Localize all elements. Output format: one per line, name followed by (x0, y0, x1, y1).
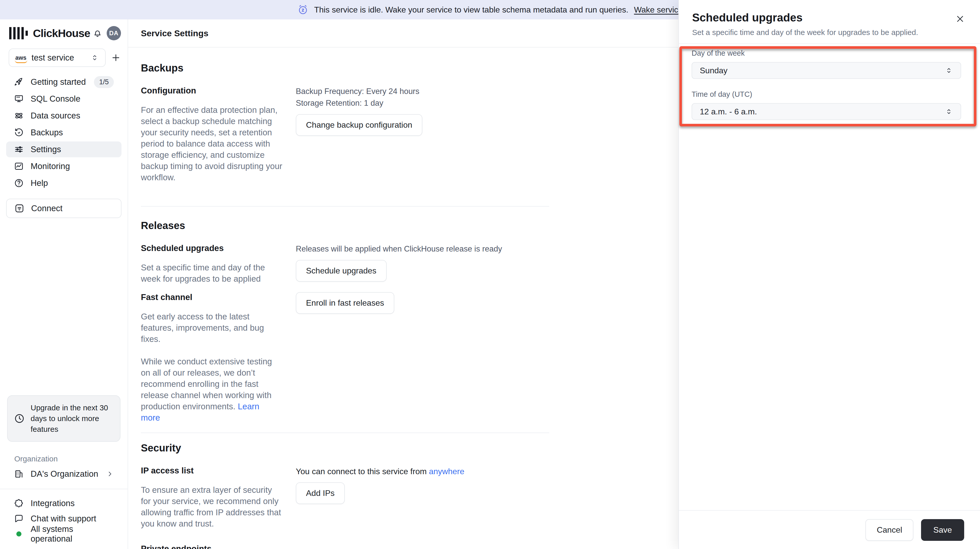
sidebar-item-monitoring[interactable]: Monitoring (6, 158, 121, 174)
sidebar-item-label: Help (30, 178, 48, 188)
data-sources-icon (14, 110, 24, 121)
time-of-day-select[interactable]: 12 a.m. - 6 a.m. (692, 103, 961, 120)
monitoring-icon (14, 161, 24, 171)
sidebar-item-integrations[interactable]: Integrations (6, 496, 121, 511)
bell-icon[interactable] (92, 28, 103, 38)
configuration-description: For an effective data protection plan, s… (141, 104, 283, 183)
sidebar-item-settings[interactable]: Settings (6, 142, 121, 157)
sidebar-item-getting-started[interactable]: Getting started 1/5 (6, 74, 121, 90)
drawer-subtitle: Set a specific time and day of the week … (692, 28, 966, 37)
progress-badge: 1/5 (94, 76, 114, 88)
scheduled-upgrades-drawer: Scheduled upgrades Set a specific time a… (678, 0, 980, 549)
aws-logo: aws (15, 55, 26, 61)
fast-channel-description-2: While we conduct extensive testing on al… (141, 356, 280, 423)
day-of-week-value: Sunday (700, 66, 728, 75)
sidebar: ClickHouse DA aws test service Getting s… (0, 19, 128, 549)
chevron-updown-icon (945, 66, 953, 75)
sidebar-item-chat-support[interactable]: Chat with support (6, 511, 121, 526)
organization-selector[interactable]: DA's Organization (6, 466, 121, 482)
connect-icon (14, 203, 24, 214)
day-of-week-label: Day of the week (692, 49, 961, 57)
organization-name: DA's Organization (30, 469, 98, 479)
chevron-updown-icon (945, 107, 953, 116)
sidebar-item-label: Integrations (30, 498, 75, 508)
brand-name: ClickHouse (33, 27, 90, 40)
plus-icon (111, 53, 121, 63)
drawer-footer: Cancel Save (679, 510, 980, 549)
sidebar-item-label: Monitoring (30, 161, 70, 171)
service-name: test service (32, 53, 74, 62)
schedule-upgrades-button[interactable]: Schedule upgrades (296, 260, 387, 282)
sidebar-item-label: Data sources (30, 111, 80, 121)
sidebar-item-system-status[interactable]: All systems operational (6, 527, 121, 541)
drawer-header-divider (679, 43, 980, 44)
alarm-snooze-icon (298, 4, 309, 15)
day-of-week-select[interactable]: Sunday (692, 62, 961, 79)
avatar[interactable]: DA (107, 26, 121, 40)
sidebar-item-label: Chat with support (30, 514, 96, 523)
wake-service-link[interactable]: Wake service (634, 5, 682, 14)
time-of-day-value: 12 a.m. - 6 a.m. (700, 107, 757, 117)
service-selector[interactable]: aws test service (9, 48, 106, 67)
sidebar-nav: Getting started 1/5 SQL Console Data sou… (0, 73, 127, 192)
connect-button[interactable]: Connect (6, 199, 121, 218)
chevron-updown-icon (90, 53, 99, 62)
sidebar-item-data-sources[interactable]: Data sources (6, 108, 121, 124)
drawer-form: Day of the week Sunday Time of day (UTC)… (692, 49, 961, 120)
clock-icon (14, 413, 25, 424)
ip-access-list-heading: IP access list (141, 466, 282, 476)
sidebar-item-label: All systems operational (30, 524, 114, 544)
chat-icon (14, 514, 24, 524)
chevron-right-icon (106, 470, 114, 478)
rocket-icon (14, 77, 24, 87)
sidebar-item-backups[interactable]: Backups (6, 124, 121, 140)
sidebar-item-label: Getting started (30, 77, 86, 87)
sidebar-item-label: Settings (30, 145, 61, 154)
scheduled-upgrades-heading: Scheduled upgrades (141, 243, 282, 253)
add-service-button[interactable] (110, 52, 121, 63)
private-endpoints-heading: Private endpoints (141, 544, 282, 549)
section-divider (141, 432, 549, 433)
ip-access-list-description: To ensure an extra layer of security for… (141, 484, 283, 529)
fast-channel-description-1: Get early access to the latest features,… (141, 311, 280, 345)
enroll-fast-releases-button[interactable]: Enroll in fast releases (296, 292, 394, 314)
page-title: Service Settings (141, 28, 208, 38)
section-divider (141, 206, 549, 207)
upgrade-banner[interactable]: Upgrade in the next 30 days to unlock mo… (7, 395, 121, 442)
sidebar-item-label: SQL Console (30, 94, 80, 104)
puzzle-icon (14, 498, 24, 508)
connect-from-label: You can connect to this service from (296, 467, 427, 476)
close-icon (955, 13, 966, 24)
organization-icon (14, 469, 24, 479)
status-dot-icon (16, 531, 21, 536)
save-button[interactable]: Save (921, 519, 964, 541)
anywhere-link[interactable]: anywhere (429, 467, 465, 476)
banner-text: This service is idle. Wake your service … (314, 5, 628, 14)
change-backup-configuration-button[interactable]: Change backup configuration (296, 114, 422, 136)
organization-section-label: Organization (14, 455, 127, 463)
time-of-day-label: Time of day (UTC) (692, 90, 961, 99)
add-ips-button[interactable]: Add IPs (296, 482, 345, 504)
settings-icon (14, 144, 24, 155)
connect-label: Connect (31, 204, 62, 213)
logo-row: ClickHouse DA (0, 19, 127, 46)
sidebar-item-sql-console[interactable]: SQL Console (6, 91, 121, 107)
clickhouse-logo-icon (9, 27, 28, 39)
fast-channel-heading: Fast channel (141, 292, 282, 302)
upgrade-note: Upgrade in the next 30 days to unlock mo… (30, 402, 114, 435)
help-icon (14, 178, 24, 188)
sidebar-item-help[interactable]: Help (6, 175, 121, 191)
cancel-button[interactable]: Cancel (865, 519, 913, 541)
sql-console-icon (14, 94, 24, 104)
configuration-heading: Configuration (141, 86, 282, 96)
backups-icon (14, 128, 24, 138)
drawer-title: Scheduled upgrades (692, 11, 966, 24)
sidebar-item-label: Backups (30, 128, 63, 137)
scheduled-upgrades-description: Set a specific time and day of the week … (141, 262, 280, 284)
close-button[interactable] (955, 13, 966, 24)
